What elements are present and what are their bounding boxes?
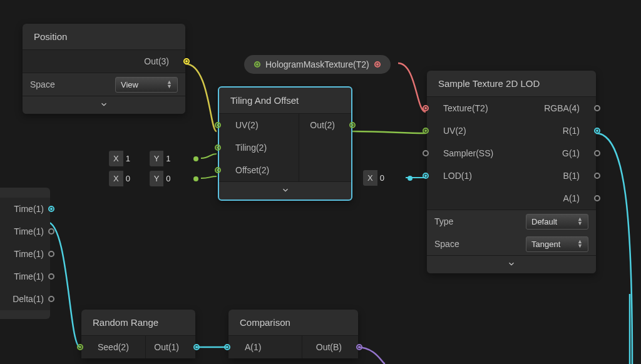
port-label-out: Out(B) [316,342,342,352]
output-port-out3[interactable] [183,58,190,64]
node-title: Sample Texture 2D LOD [427,71,596,97]
input-port-lod[interactable] [423,173,429,179]
inline-lod-port [408,176,413,181]
port-label-out: Out(3) [144,56,169,66]
node-position[interactable]: Position Out(3) Space View ▲▼ [23,24,185,114]
port-label-b: B(1) [563,171,580,181]
port-label-sampler: Sampler(SS) [443,148,493,158]
type-dropdown[interactable]: Default▲▼ [526,214,588,230]
inline-tiling-inputs: X Y [109,151,198,166]
node-title: Tiling And Offset [219,88,351,114]
input-port-offset[interactable] [215,167,221,173]
port-label-out: Out(1) [154,342,179,352]
output-port-time-2[interactable] [48,251,54,257]
pill-output-port[interactable] [374,61,381,68]
collapse-toggle[interactable] [427,255,596,273]
offset-x-input[interactable]: X [109,171,147,186]
node-comparison[interactable]: Comparison A(1) Out(B) [228,310,358,358]
lod-x-input[interactable]: X [363,170,401,186]
port-label-offset: Offset(2) [235,165,269,175]
collapse-toggle[interactable] [23,96,185,114]
property-pill-hologram[interactable]: HologramMaskTexture(T2) [244,55,391,74]
pill-label: HologramMaskTexture(T2) [265,59,369,69]
output-port-r[interactable] [594,128,600,134]
input-port-a[interactable] [224,344,230,350]
port-label-delta: Delta(1) [6,294,44,304]
inline-lod-inputs: X [363,170,413,186]
input-port-seed[interactable] [77,344,83,350]
space-label: Space [434,239,459,249]
input-port-uv[interactable] [423,128,429,134]
input-port-uv[interactable] [215,122,221,128]
type-label: Type [434,216,453,226]
port-label-time: Time(1) [6,204,44,214]
space-dropdown[interactable]: View ▲▼ [115,77,178,93]
output-port-g[interactable] [594,150,600,156]
port-label-uv: UV(2) [235,120,259,130]
port-label-time: Time(1) [6,226,44,236]
port-label-texture: Texture(T2) [443,103,488,113]
port-label-tiling: Tiling(2) [235,143,267,153]
node-title: Comparison [228,310,358,336]
output-port-outb[interactable] [356,344,362,350]
output-port-delta[interactable] [48,296,54,302]
port-label-seed: Seed(2) [98,342,129,352]
space-label: Space [30,79,55,89]
node-sample-texture[interactable]: Sample Texture 2D LOD Texture(T2) RGBA(4… [427,71,596,273]
port-label-lod: LOD(1) [443,171,472,181]
offset-y-input[interactable]: Y [150,171,188,186]
output-port-out2[interactable] [349,122,356,128]
output-port-time-0[interactable] [48,206,54,212]
input-port-sampler[interactable] [423,150,429,156]
node-tiling-offset[interactable]: Tiling And Offset UV(2) Tiling(2) Offset… [218,86,352,201]
tiling-y-input[interactable]: Y [150,151,188,166]
output-port-out1[interactable] [193,344,200,350]
node-time-partial[interactable]: Time(1) Time(1) Time(1) Time(1) Delta(1) [0,188,50,319]
output-port-b[interactable] [594,173,600,179]
port-label-rgba: RGBA(4) [544,103,580,113]
inline-tiling-port [193,156,198,161]
pill-dot [254,61,260,68]
port-label-out: Out(2) [310,120,335,130]
port-label-time: Time(1) [6,271,44,281]
inline-offset-port [193,176,198,181]
space-dropdown[interactable]: Tangent▲▼ [526,236,588,252]
output-port-time-1[interactable] [48,228,54,235]
output-port-time-3[interactable] [48,273,54,280]
port-label-g: G(1) [562,148,580,158]
output-port-a[interactable] [594,195,600,201]
port-label-time: Time(1) [6,249,44,259]
output-port-rgba[interactable] [594,105,600,111]
node-random-range[interactable]: Random Range Seed(2) Out(1) [81,310,195,358]
inline-offset-inputs: X Y [109,171,198,186]
port-label-a: A(1) [245,342,261,352]
input-port-texture[interactable] [423,105,429,111]
input-port-tiling[interactable] [215,144,221,151]
port-label-uv: UV(2) [443,126,466,136]
node-title: Random Range [81,310,195,336]
tiling-x-input[interactable]: X [109,151,147,166]
port-label-a: A(1) [563,193,580,203]
collapse-toggle[interactable] [219,181,351,200]
node-title: Position [23,24,185,50]
port-label-r: R(1) [563,126,580,136]
